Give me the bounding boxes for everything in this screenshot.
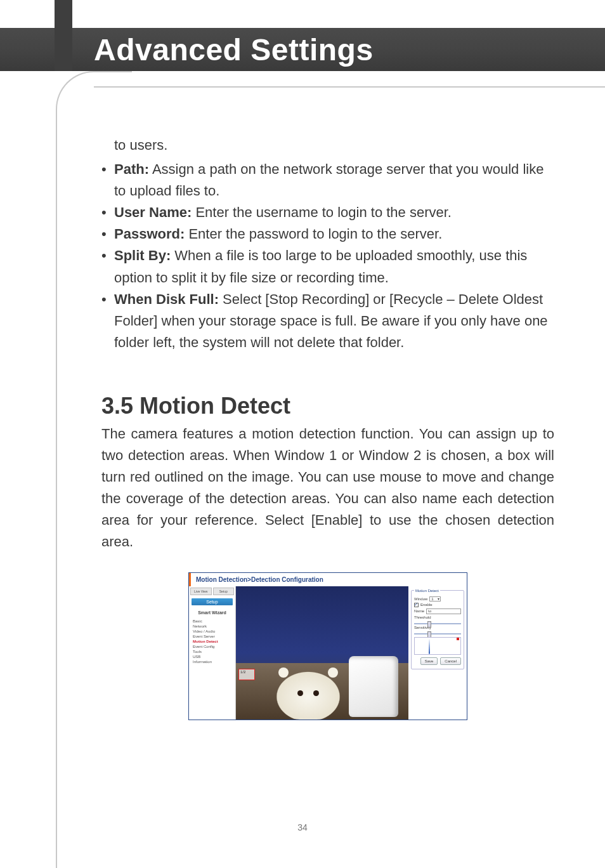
embedded-screenshot: Motion Detection>Detection Configuration… [188,572,467,720]
motion-detect-fieldset: Motion Detect Window 1 Enable Name to Th… [411,589,464,669]
sensitivity-label: Sensitivity [414,626,461,629]
sensitivity-slider[interactable] [414,633,461,635]
section-body: The camera features a motion detection f… [101,423,554,553]
graph-spike [426,639,433,654]
graph-marker [457,638,459,640]
list-item: Password: Enter the password to login to… [101,223,554,245]
threshold-slider[interactable] [414,623,461,624]
left-pillar [55,0,72,71]
list-item-label: User Name: [114,204,192,220]
page-title: Advanced Settings [94,32,374,67]
content-area: to users. Path: Assign a path on the net… [101,135,554,720]
fieldset-legend: Motion Detect [414,589,440,593]
cancel-button[interactable]: Cancel [440,657,461,665]
window-label: Window [414,597,427,601]
content-frame-top [94,86,605,88]
sidebar-item-event-config[interactable]: Event Config [189,644,235,649]
sidebar-item-motion-detect[interactable]: Motion Detect [189,639,235,644]
tab-live-view[interactable]: Live View [190,588,212,595]
smart-wizard-label[interactable]: Smart Wizard [189,608,235,619]
list-item-label: Split By: [114,247,171,263]
preview-object-plush [267,662,349,720]
screenshot-sidebar: Live View Setup Setup Smart Wizard Basic… [189,586,236,720]
list-item-label: When Disk Full: [114,291,219,307]
screenshot-body: Live View Setup Setup Smart Wizard Basic… [189,586,467,720]
list-item: Path: Assign a path on the network stora… [101,159,554,202]
page-number: 34 [0,822,605,832]
setup-banner: Setup [192,598,233,605]
camera-preview[interactable]: 1/2 [236,586,408,720]
list-item: Split By: When a file is too large to be… [101,245,554,288]
screenshot-title: Motion Detection>Detection Configuration [189,573,467,586]
list-item-label: Path: [114,161,149,177]
sidebar-item-information[interactable]: Information [189,659,235,664]
enable-checkbox[interactable] [414,603,419,607]
preview-object-mug [349,656,398,717]
screenshot-tabs: Live View Setup [189,588,235,597]
sidebar-item-video-audio[interactable]: Video / Audio [189,629,235,634]
list-item: User Name: Enter the username to login t… [101,202,554,223]
name-input[interactable]: to [426,608,461,614]
continuation-text: to users. [114,135,554,156]
activity-graph [414,637,461,655]
content-frame-side [56,109,57,868]
section-heading: 3.5 Motion Detect [101,393,554,419]
list-item-text: When a file is too large to be uploaded … [114,247,527,285]
tab-setup[interactable]: Setup [213,588,235,595]
list-item-text: Assign a path on the network storage ser… [114,161,543,199]
threshold-label: Threshold [414,615,461,619]
sidebar-item-event-server[interactable]: Event Server [189,634,235,639]
sidebar-item-network[interactable]: Network [189,624,235,629]
sidebar-item-usb[interactable]: USB [189,654,235,659]
sidebar-item-basic[interactable]: Basic [189,619,235,624]
page-header: Advanced Settings [0,28,605,71]
enable-label: Enable [420,603,433,607]
name-label: Name [414,609,424,613]
list-item-text: Enter the password to login to the serve… [185,226,442,242]
motion-detect-panel: Motion Detect Window 1 Enable Name to Th… [408,586,467,720]
list-item: When Disk Full: Select [Stop Recording] … [101,289,554,353]
settings-list: Path: Assign a path on the network stora… [101,159,554,353]
list-item-label: Password: [114,226,185,242]
save-button[interactable]: Save [420,657,438,665]
list-item-text: Enter the username to login to the serve… [192,204,452,220]
detection-window-box[interactable]: 1/2 [238,669,255,680]
sidebar-item-tools[interactable]: Tools [189,649,235,654]
window-select[interactable]: 1 [429,596,440,602]
